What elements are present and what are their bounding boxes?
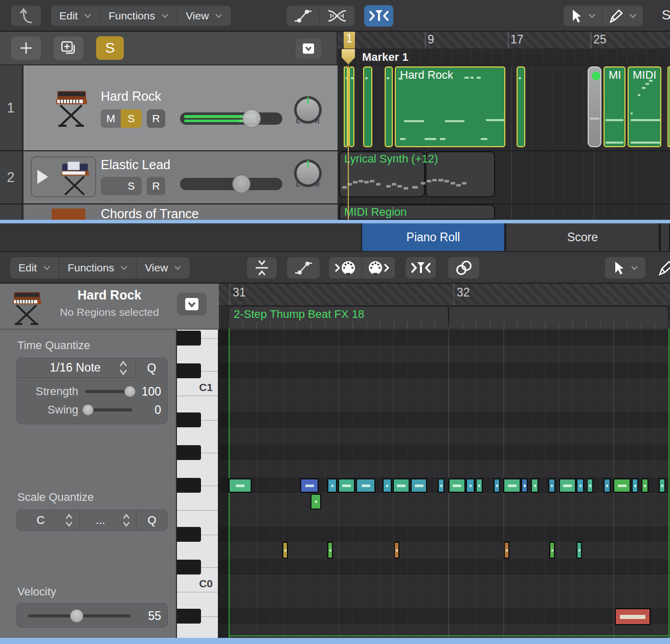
play-icon[interactable] bbox=[36, 169, 49, 185]
black-key[interactable] bbox=[177, 560, 201, 574]
swing-handle[interactable] bbox=[82, 404, 94, 416]
piano-roll-ruler[interactable]: 3132 bbox=[219, 284, 670, 306]
black-key[interactable] bbox=[177, 527, 201, 542]
midi-note[interactable] bbox=[521, 478, 528, 493]
pr-catch-button[interactable] bbox=[406, 257, 436, 279]
midi-note[interactable] bbox=[476, 478, 483, 493]
piano-roll-region-strip[interactable]: 2-Step Thump Beat FX 18 bbox=[219, 306, 670, 329]
tab-piano-roll[interactable]: Piano Roll bbox=[361, 223, 505, 251]
pr-options-button[interactable] bbox=[177, 293, 207, 315]
midi-note[interactable] bbox=[549, 542, 555, 559]
global-solo-button[interactable]: S bbox=[96, 36, 124, 60]
link-button[interactable] bbox=[448, 257, 479, 279]
window-splitter[interactable] bbox=[0, 220, 670, 223]
midi-note[interactable] bbox=[632, 478, 638, 493]
track-row-hard-rock[interactable]: 1 Hard Rock M S R bbox=[0, 65, 338, 150]
black-key[interactable] bbox=[177, 331, 201, 346]
track-name[interactable]: Hard Rock bbox=[101, 89, 161, 104]
flex-button[interactable] bbox=[320, 6, 354, 26]
bottom-resize-bar[interactable] bbox=[0, 638, 670, 644]
black-key[interactable] bbox=[177, 478, 201, 493]
swing-slider[interactable] bbox=[85, 408, 132, 411]
track-header-options-button[interactable] bbox=[296, 38, 321, 59]
catch-playhead-button[interactable] bbox=[364, 5, 393, 27]
duplicate-track-button[interactable] bbox=[54, 36, 83, 60]
midi-note[interactable] bbox=[613, 478, 631, 493]
time-quantize-select[interactable]: 1/16 Note bbox=[17, 358, 136, 378]
black-key[interactable] bbox=[177, 445, 201, 460]
midi-note[interactable] bbox=[659, 478, 665, 493]
pr-automation-button[interactable] bbox=[287, 257, 320, 279]
record-enable-button[interactable]: R bbox=[147, 177, 165, 195]
midi-note[interactable] bbox=[587, 478, 593, 493]
volume-slider[interactable] bbox=[180, 178, 282, 190]
pan-knob[interactable]: L R bbox=[294, 159, 322, 187]
tab-score[interactable]: Score bbox=[505, 223, 660, 251]
playhead-marker-icon[interactable] bbox=[342, 49, 355, 64]
midi-note[interactable] bbox=[411, 478, 427, 493]
arrange-view-menu[interactable]: View bbox=[177, 6, 231, 26]
region-mi[interactable]: MI bbox=[604, 66, 626, 147]
midi-note[interactable] bbox=[531, 478, 539, 493]
record-enable-button[interactable]: R bbox=[147, 109, 165, 128]
time-quantize-apply-button[interactable]: Q bbox=[136, 358, 167, 378]
region-clip[interactable] bbox=[385, 66, 393, 147]
midi-note[interactable] bbox=[394, 542, 399, 559]
stepper-icon[interactable] bbox=[118, 360, 128, 376]
velocity-slider[interactable] bbox=[28, 614, 130, 617]
region-clip[interactable] bbox=[517, 66, 525, 147]
midi-note[interactable] bbox=[641, 478, 649, 493]
midi-note[interactable] bbox=[559, 478, 576, 493]
strength-slider[interactable] bbox=[85, 390, 132, 393]
black-key[interactable] bbox=[177, 412, 201, 427]
add-track-button[interactable] bbox=[11, 36, 41, 60]
playhead-bar-number[interactable]: 1 bbox=[344, 32, 355, 49]
marker-strip[interactable]: Marker 1 bbox=[338, 49, 670, 65]
midi-note[interactable] bbox=[229, 478, 252, 493]
midi-note[interactable] bbox=[503, 478, 521, 493]
strength-handle[interactable] bbox=[124, 386, 136, 397]
scale-quantize-apply-button[interactable]: Q bbox=[137, 510, 167, 531]
midi-note[interactable] bbox=[393, 478, 410, 493]
automation-button[interactable] bbox=[286, 6, 320, 26]
midi-note[interactable] bbox=[576, 478, 584, 493]
midi-note[interactable] bbox=[383, 478, 392, 493]
tab-clipped[interactable] bbox=[660, 223, 670, 251]
arrange-edit-menu[interactable]: Edit bbox=[51, 6, 100, 26]
pr-edit-menu[interactable]: Edit bbox=[10, 257, 59, 279]
collapse-mode-button[interactable] bbox=[247, 257, 277, 279]
midi-note[interactable] bbox=[282, 542, 288, 559]
midi-note[interactable] bbox=[300, 478, 319, 493]
track-row-elastic-lead[interactable]: 2 Elastic Lead S R bbox=[0, 151, 338, 203]
black-key[interactable] bbox=[177, 363, 201, 378]
track-name[interactable]: Chords of Trance bbox=[101, 206, 199, 221]
pointer-tool-selector[interactable] bbox=[564, 6, 602, 26]
stepper-icon[interactable] bbox=[122, 513, 131, 527]
pr-pencil-tool-clipped[interactable] bbox=[659, 260, 670, 275]
arrange-functions-menu[interactable]: Functions bbox=[100, 6, 177, 26]
midi-note[interactable] bbox=[327, 542, 333, 559]
midi-note[interactable] bbox=[338, 478, 355, 493]
midi-note[interactable] bbox=[604, 478, 611, 493]
marker-label[interactable]: Marker 1 bbox=[362, 51, 409, 64]
undo-button[interactable] bbox=[11, 6, 41, 26]
region-midi[interactable]: MIDI bbox=[628, 66, 661, 147]
region-clip[interactable] bbox=[344, 66, 348, 147]
midi-note[interactable] bbox=[310, 494, 321, 510]
midi-note[interactable] bbox=[438, 478, 444, 493]
midi-note[interactable] bbox=[327, 478, 337, 493]
solo-button[interactable]: S bbox=[121, 177, 142, 195]
midi-note[interactable] bbox=[615, 608, 651, 625]
pr-functions-menu[interactable]: Functions bbox=[59, 257, 137, 279]
track-row-chords-of-trance[interactable]: Chords of Trance bbox=[0, 204, 338, 220]
arrange-area[interactable]: Hard RockMIMIDI Lyrical Synth (+12) MIDI… bbox=[338, 65, 670, 220]
midi-note[interactable] bbox=[356, 478, 375, 493]
region-clip[interactable] bbox=[667, 66, 670, 147]
midi-note[interactable] bbox=[504, 542, 509, 559]
midi-note[interactable] bbox=[449, 478, 465, 493]
midi-note[interactable] bbox=[548, 478, 555, 493]
pr-view-menu[interactable]: View bbox=[137, 257, 190, 279]
region-clip[interactable] bbox=[363, 66, 372, 147]
volume-slider[interactable] bbox=[180, 112, 282, 125]
volume-handle[interactable] bbox=[232, 175, 251, 193]
